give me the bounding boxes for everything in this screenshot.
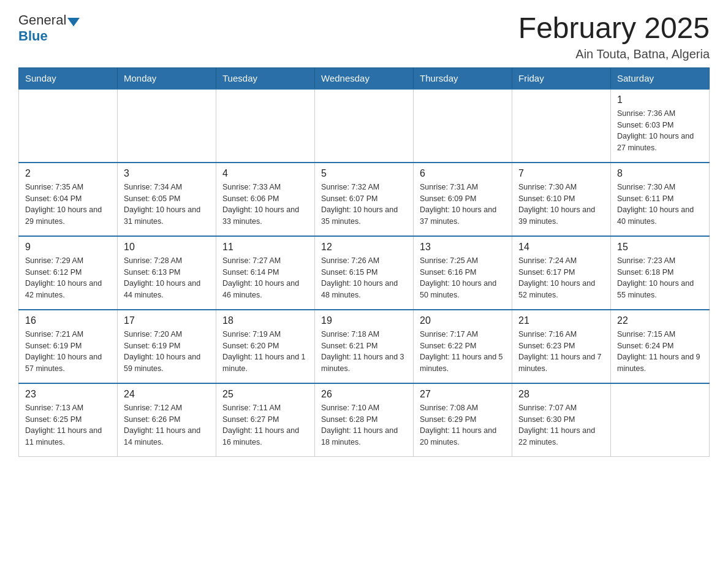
day-number: 4 [222,168,308,179]
day-number: 3 [124,168,210,179]
day-number: 28 [518,389,604,400]
day-number: 26 [321,389,407,400]
calendar-cell: 16Sunrise: 7:21 AMSunset: 6:19 PMDayligh… [19,310,118,383]
calendar-cell: 22Sunrise: 7:15 AMSunset: 6:24 PMDayligh… [611,310,710,383]
day-info: Sunrise: 7:18 AMSunset: 6:21 PMDaylight:… [321,329,407,375]
weekday-header-monday: Monday [118,67,216,89]
day-number: 23 [25,389,111,400]
day-info: Sunrise: 7:13 AMSunset: 6:25 PMDaylight:… [25,402,111,448]
calendar-cell [512,89,611,163]
weekday-header-tuesday: Tuesday [216,67,315,89]
calendar-cell [118,89,216,163]
calendar-cell: 20Sunrise: 7:17 AMSunset: 6:22 PMDayligh… [414,310,512,383]
location-title: Ain Touta, Batna, Algeria [518,47,710,61]
calendar-cell [611,383,710,457]
logo-arrow-icon [67,18,80,26]
calendar-cell: 15Sunrise: 7:23 AMSunset: 6:18 PMDayligh… [611,236,710,310]
calendar-week-row: 23Sunrise: 7:13 AMSunset: 6:25 PMDayligh… [19,383,710,457]
day-info: Sunrise: 7:21 AMSunset: 6:19 PMDaylight:… [25,329,111,375]
calendar-cell: 25Sunrise: 7:11 AMSunset: 6:27 PMDayligh… [216,383,315,457]
day-number: 12 [321,242,407,253]
calendar-week-row: 9Sunrise: 7:29 AMSunset: 6:12 PMDaylight… [19,236,710,310]
calendar-cell [216,89,315,163]
calendar-cell [19,89,118,163]
calendar-cell: 12Sunrise: 7:26 AMSunset: 6:15 PMDayligh… [315,236,414,310]
calendar-cell [414,89,512,163]
calendar-cell: 24Sunrise: 7:12 AMSunset: 6:26 PMDayligh… [118,383,216,457]
calendar-week-row: 16Sunrise: 7:21 AMSunset: 6:19 PMDayligh… [19,310,710,383]
day-info: Sunrise: 7:28 AMSunset: 6:13 PMDaylight:… [124,255,210,301]
day-info: Sunrise: 7:35 AMSunset: 6:04 PMDaylight:… [25,182,111,228]
day-info: Sunrise: 7:34 AMSunset: 6:05 PMDaylight:… [124,182,210,228]
day-info: Sunrise: 7:11 AMSunset: 6:27 PMDaylight:… [222,402,308,448]
day-number: 16 [25,315,111,326]
page-header: General Blue February 2025 Ain Touta, Ba… [18,12,710,61]
day-number: 1 [617,94,703,105]
calendar-cell: 3Sunrise: 7:34 AMSunset: 6:05 PMDaylight… [118,163,216,236]
day-number: 10 [124,242,210,253]
day-number: 20 [420,315,506,326]
day-info: Sunrise: 7:19 AMSunset: 6:20 PMDaylight:… [222,329,308,375]
day-info: Sunrise: 7:17 AMSunset: 6:22 PMDaylight:… [420,329,506,375]
day-number: 17 [124,315,210,326]
calendar-table: SundayMondayTuesdayWednesdayThursdayFrid… [18,67,710,458]
calendar-week-row: 2Sunrise: 7:35 AMSunset: 6:04 PMDaylight… [19,163,710,236]
calendar-cell: 26Sunrise: 7:10 AMSunset: 6:28 PMDayligh… [315,383,414,457]
calendar-cell: 2Sunrise: 7:35 AMSunset: 6:04 PMDaylight… [19,163,118,236]
month-title: February 2025 [518,12,710,45]
logo: General Blue [18,12,81,44]
day-info: Sunrise: 7:31 AMSunset: 6:09 PMDaylight:… [420,182,506,228]
day-info: Sunrise: 7:30 AMSunset: 6:11 PMDaylight:… [617,182,703,228]
day-number: 11 [222,242,308,253]
calendar-week-row: 1Sunrise: 7:36 AMSunset: 6:03 PMDaylight… [19,89,710,163]
day-number: 22 [617,315,703,326]
day-number: 6 [420,168,506,179]
day-number: 15 [617,242,703,253]
calendar-cell: 6Sunrise: 7:31 AMSunset: 6:09 PMDaylight… [414,163,512,236]
day-info: Sunrise: 7:30 AMSunset: 6:10 PMDaylight:… [518,182,604,228]
day-number: 24 [124,389,210,400]
day-number: 5 [321,168,407,179]
calendar-cell: 8Sunrise: 7:30 AMSunset: 6:11 PMDaylight… [611,163,710,236]
weekday-header-friday: Friday [512,67,611,89]
day-info: Sunrise: 7:08 AMSunset: 6:29 PMDaylight:… [420,402,506,448]
logo-blue: Blue [18,28,48,44]
day-number: 27 [420,389,506,400]
weekday-header-thursday: Thursday [414,67,512,89]
calendar-cell: 17Sunrise: 7:20 AMSunset: 6:19 PMDayligh… [118,310,216,383]
weekday-header-sunday: Sunday [19,67,118,89]
day-number: 2 [25,168,111,179]
calendar-cell: 13Sunrise: 7:25 AMSunset: 6:16 PMDayligh… [414,236,512,310]
day-info: Sunrise: 7:27 AMSunset: 6:14 PMDaylight:… [222,255,308,301]
calendar-cell: 23Sunrise: 7:13 AMSunset: 6:25 PMDayligh… [19,383,118,457]
day-number: 25 [222,389,308,400]
calendar-cell [315,89,414,163]
day-info: Sunrise: 7:29 AMSunset: 6:12 PMDaylight:… [25,255,111,301]
day-info: Sunrise: 7:12 AMSunset: 6:26 PMDaylight:… [124,402,210,448]
day-info: Sunrise: 7:33 AMSunset: 6:06 PMDaylight:… [222,182,308,228]
calendar-cell: 14Sunrise: 7:24 AMSunset: 6:17 PMDayligh… [512,236,611,310]
calendar-cell: 19Sunrise: 7:18 AMSunset: 6:21 PMDayligh… [315,310,414,383]
day-number: 19 [321,315,407,326]
day-info: Sunrise: 7:25 AMSunset: 6:16 PMDaylight:… [420,255,506,301]
day-info: Sunrise: 7:36 AMSunset: 6:03 PMDaylight:… [617,108,703,154]
day-info: Sunrise: 7:24 AMSunset: 6:17 PMDaylight:… [518,255,604,301]
calendar-cell: 1Sunrise: 7:36 AMSunset: 6:03 PMDaylight… [611,89,710,163]
calendar-cell: 10Sunrise: 7:28 AMSunset: 6:13 PMDayligh… [118,236,216,310]
day-info: Sunrise: 7:15 AMSunset: 6:24 PMDaylight:… [617,329,703,375]
day-info: Sunrise: 7:32 AMSunset: 6:07 PMDaylight:… [321,182,407,228]
calendar-cell: 11Sunrise: 7:27 AMSunset: 6:14 PMDayligh… [216,236,315,310]
calendar-cell: 5Sunrise: 7:32 AMSunset: 6:07 PMDaylight… [315,163,414,236]
day-info: Sunrise: 7:07 AMSunset: 6:30 PMDaylight:… [518,402,604,448]
calendar-cell: 9Sunrise: 7:29 AMSunset: 6:12 PMDaylight… [19,236,118,310]
day-number: 18 [222,315,308,326]
day-number: 7 [518,168,604,179]
day-number: 21 [518,315,604,326]
calendar-cell: 28Sunrise: 7:07 AMSunset: 6:30 PMDayligh… [512,383,611,457]
calendar-cell: 27Sunrise: 7:08 AMSunset: 6:29 PMDayligh… [414,383,512,457]
day-number: 13 [420,242,506,253]
day-info: Sunrise: 7:26 AMSunset: 6:15 PMDaylight:… [321,255,407,301]
weekday-header-row: SundayMondayTuesdayWednesdayThursdayFrid… [19,67,710,89]
day-info: Sunrise: 7:23 AMSunset: 6:18 PMDaylight:… [617,255,703,301]
day-info: Sunrise: 7:16 AMSunset: 6:23 PMDaylight:… [518,329,604,375]
